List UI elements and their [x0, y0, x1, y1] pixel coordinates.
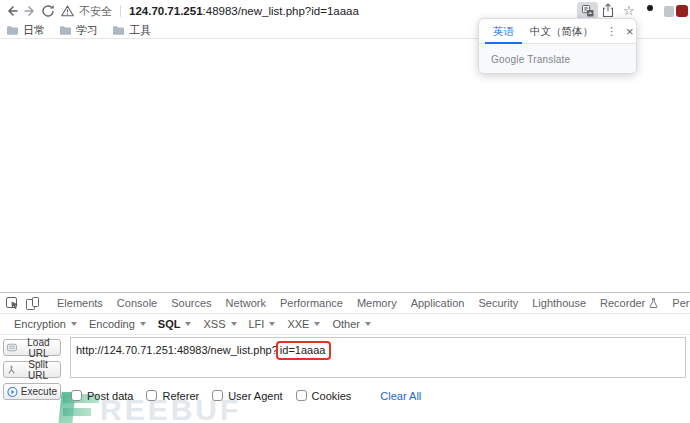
- bookmark-label: 工具: [129, 23, 151, 38]
- bookmark-folder-tools[interactable]: 工具: [112, 23, 151, 38]
- tab-performance[interactable]: Performance: [273, 293, 350, 313]
- menu-label: SQL: [158, 318, 181, 330]
- tab-security[interactable]: Security: [471, 293, 525, 313]
- user-agent-option[interactable]: User Agent: [212, 390, 282, 402]
- address-bar[interactable]: 不安全 124.70.71.251:48983/new_list.php?id=…: [61, 0, 359, 22]
- chevron-down-icon: [185, 322, 191, 326]
- execute-button[interactable]: Execute: [3, 383, 61, 400]
- translate-popup-tabs: 英语 中文（简体） ⋮ ×: [479, 19, 636, 44]
- tab-application[interactable]: Application: [404, 293, 472, 313]
- url-host: 124.70.71.251: [129, 5, 203, 17]
- hackbar-menubar: Encryption Encoding SQL XSS LFI XXE Othe…: [0, 314, 690, 335]
- url-path: :48983/new_list.php?id=1aaaa: [203, 5, 359, 17]
- menu-label: Encoding: [89, 318, 135, 330]
- tab-console[interactable]: Console: [110, 293, 164, 313]
- option-label: User Agent: [228, 390, 282, 402]
- tab-sources[interactable]: Sources: [164, 293, 218, 313]
- devtools-tabbar: Elements Console Sources Network Perform…: [0, 293, 690, 314]
- tab-label: Performance insights: [672, 293, 690, 313]
- chevron-down-icon: [71, 322, 77, 326]
- menu-encryption[interactable]: Encryption: [8, 318, 83, 330]
- security-label: 不安全: [79, 4, 112, 19]
- option-label: Cookies: [312, 390, 352, 402]
- browser-window: REEBUF 不安全 124.70.71.251:48983/new_list.…: [0, 0, 690, 423]
- chevron-down-icon: [231, 322, 237, 326]
- bookmark-label: 学习: [76, 23, 98, 38]
- folder-icon: [59, 25, 72, 36]
- tab-memory[interactable]: Memory: [350, 293, 404, 313]
- menu-sql[interactable]: SQL: [152, 318, 198, 330]
- translate-popup-body: Google Translate: [479, 44, 636, 74]
- back-icon[interactable]: [4, 3, 20, 19]
- tab-performance-insights[interactable]: Performance insights: [665, 293, 690, 313]
- tab-label: Network: [226, 293, 266, 313]
- tab-label: Performance: [280, 293, 343, 313]
- play-icon: [7, 386, 18, 398]
- keyboard-icon: [7, 343, 17, 352]
- clear-all-link[interactable]: Clear All: [380, 390, 421, 402]
- translate-tab-english[interactable]: 英语: [485, 19, 522, 44]
- menu-label: XXE: [287, 318, 309, 330]
- button-label: Execute: [21, 386, 57, 397]
- menu-lfi[interactable]: LFI: [243, 318, 282, 330]
- cookies-option[interactable]: Cookies: [296, 390, 352, 402]
- folder-icon: [112, 25, 125, 36]
- post-data-checkbox[interactable]: [71, 390, 82, 401]
- tab-lighthouse[interactable]: Lighthouse: [525, 293, 593, 313]
- menu-xss[interactable]: XSS: [197, 318, 242, 330]
- close-icon[interactable]: ×: [622, 24, 637, 39]
- split-icon: [7, 365, 16, 375]
- chevron-down-icon: [269, 322, 275, 326]
- translate-popup: 英语 中文（简体） ⋮ × Google Translate: [478, 18, 637, 74]
- menu-other[interactable]: Other: [326, 318, 377, 330]
- device-toolbar-icon[interactable]: [26, 297, 39, 310]
- url-highlight-annotation: id=1aaaa: [276, 341, 332, 360]
- split-url-button[interactable]: Split URL: [3, 361, 61, 378]
- post-data-option[interactable]: Post data: [71, 390, 133, 402]
- tab-label: Sources: [171, 293, 211, 313]
- tab-label: Console: [117, 293, 157, 313]
- hackbar-options-row: Post data Referer User Agent Cookies Cle…: [71, 388, 421, 403]
- tab-label: Security: [478, 293, 518, 313]
- tab-recorder[interactable]: Recorder: [593, 293, 665, 313]
- load-url-button[interactable]: Load URL: [3, 339, 61, 356]
- referer-checkbox[interactable]: [146, 390, 157, 401]
- tab-network[interactable]: Network: [219, 293, 273, 313]
- chevron-down-icon: [140, 322, 146, 326]
- tab-elements[interactable]: Elements: [50, 293, 110, 313]
- bookmark-folder-study[interactable]: 学习: [59, 23, 98, 38]
- button-label: Load URL: [20, 337, 57, 359]
- menu-label: Other: [332, 318, 360, 330]
- tab-label: Lighthouse: [532, 293, 586, 313]
- button-label: Split URL: [19, 359, 57, 381]
- tab-label: Application: [411, 293, 465, 313]
- forward-icon[interactable]: [22, 3, 38, 19]
- chevron-down-icon: [314, 322, 320, 326]
- menu-label: XSS: [203, 318, 225, 330]
- hackbar-url-textarea[interactable]: http://124.70.71.251:48983/new_list.php?…: [70, 337, 686, 378]
- tab-label: Elements: [57, 293, 103, 313]
- reload-icon[interactable]: [40, 3, 56, 19]
- folder-icon: [6, 25, 19, 36]
- tab-label: Recorder: [600, 293, 645, 313]
- option-label: Referer: [162, 390, 199, 402]
- user-agent-checkbox[interactable]: [212, 390, 223, 401]
- menu-label: LFI: [249, 318, 265, 330]
- menu-xxe[interactable]: XXE: [281, 318, 326, 330]
- tab-label: Memory: [357, 293, 397, 313]
- url-prefix: http://124.70.71.251:48983/new_list.php?: [76, 344, 278, 356]
- menu-encoding[interactable]: Encoding: [83, 318, 152, 330]
- referer-option[interactable]: Referer: [146, 390, 199, 402]
- bookmark-label: 日常: [23, 23, 45, 38]
- chevron-down-icon: [365, 322, 371, 326]
- translate-tab-chinese[interactable]: 中文（简体）: [522, 19, 601, 44]
- bookmark-folder-daily[interactable]: 日常: [6, 23, 45, 38]
- cookies-checkbox[interactable]: [296, 390, 307, 401]
- freebuf-logo-bar: [63, 408, 91, 416]
- extension-icon[interactable]: [664, 6, 674, 17]
- more-options-icon[interactable]: ⋮: [601, 25, 622, 38]
- inspect-element-icon[interactable]: [6, 297, 20, 310]
- preview-flask-icon: [649, 298, 658, 308]
- profile-avatar[interactable]: [676, 5, 688, 17]
- extension-ring-icon[interactable]: [647, 5, 653, 11]
